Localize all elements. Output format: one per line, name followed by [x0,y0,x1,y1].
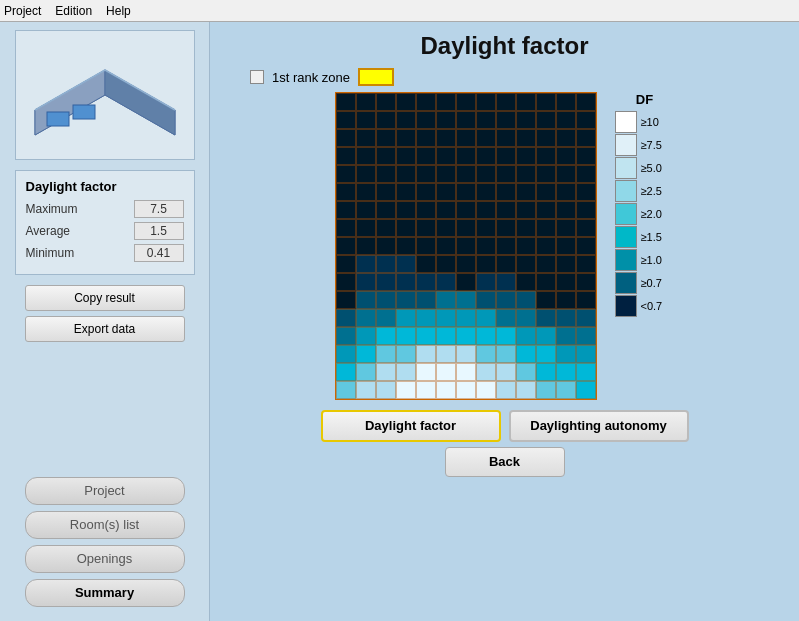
heatmap-cell [356,327,376,345]
menu-project[interactable]: Project [4,4,41,18]
svg-marker-1 [35,70,105,135]
heatmap-cell [576,345,596,363]
heatmap-cell [536,291,556,309]
legend-color-box [615,272,637,294]
heatmap-cell [456,165,476,183]
bottom-buttons: Daylight factor Daylighting autonomy [321,410,689,442]
nav-summary-button[interactable]: Summary [25,579,185,607]
menu-help[interactable]: Help [106,4,131,18]
heatmap-cell [376,363,396,381]
heatmap-cell [556,93,576,111]
legend: DF ≥10≥7.5≥5.0≥2.5≥2.0≥1.5≥1.0≥0.7<0.7 [615,92,675,318]
heatmap-cell [476,183,496,201]
heatmap-cell [396,111,416,129]
copy-result-button[interactable]: Copy result [25,285,185,311]
heatmap-cell [516,201,536,219]
heatmap-cell [536,273,556,291]
heatmap-cell [356,345,376,363]
heatmap-cell [476,129,496,147]
heatmap-cell [556,165,576,183]
heatmap-cell [436,165,456,183]
heatmap-cell [436,327,456,345]
heatmap-cell [476,309,496,327]
daylighting-autonomy-button[interactable]: Daylighting autonomy [509,410,689,442]
heatmap-cell [496,129,516,147]
heatmap-cell [456,219,476,237]
heatmap-cell [436,291,456,309]
heatmap-cell [496,147,516,165]
legend-item: ≥1.0 [615,249,663,271]
sidebar: Daylight factor Maximum Average Minimum … [0,22,210,621]
heatmap-cell [396,255,416,273]
nav-rooms-button[interactable]: Room(s) list [25,511,185,539]
heatmap-cell [536,165,556,183]
heatmap-cell [536,381,556,399]
heatmap-cell [396,327,416,345]
heatmap-cell [336,381,356,399]
heatmap-cell [376,273,396,291]
heatmap-cell [376,381,396,399]
legend-title: DF [615,92,675,107]
legend-item: ≥2.0 [615,203,663,225]
heatmap-cell [416,111,436,129]
heatmap-cell [576,327,596,345]
heatmap-cell [496,111,516,129]
legend-color-box [615,157,637,179]
minimum-label: Minimum [26,246,75,260]
legend-color-box [615,295,637,317]
legend-item: ≥2.5 [615,180,663,202]
heatmap-cell [556,111,576,129]
heatmap-cell [536,309,556,327]
heatmap-cell [476,147,496,165]
room-3d-icon [25,40,185,150]
zone-checkbox[interactable] [250,70,264,84]
heatmap-cell [336,201,356,219]
legend-label-text: ≥0.7 [641,277,662,289]
legend-label-text: ≥2.0 [641,208,662,220]
heatmap-cell [356,363,376,381]
legend-color-box [615,180,637,202]
heatmap-cell [476,93,496,111]
export-data-button[interactable]: Export data [25,316,185,342]
heatmap-cell [376,183,396,201]
page-title: Daylight factor [420,32,588,60]
heatmap-cell [376,255,396,273]
nav-openings-button[interactable]: Openings [25,545,185,573]
heatmap-cell [456,111,476,129]
heatmap-cell [536,183,556,201]
daylight-factor-button[interactable]: Daylight factor [321,410,501,442]
heatmap-cell [376,201,396,219]
heatmap-cell [556,273,576,291]
heatmap-cell [476,219,496,237]
heatmap-cell [556,147,576,165]
heatmap-cell [336,255,356,273]
heatmap-cell [536,345,556,363]
heatmap-cell [436,201,456,219]
maximum-value[interactable] [134,200,184,218]
legend-color-box [615,111,637,133]
heatmap-cell [496,255,516,273]
heatmap-cell [416,219,436,237]
heatmap-cell [516,183,536,201]
heatmap-cell [336,291,356,309]
heatmap-cell [356,147,376,165]
maximum-row: Maximum [26,200,184,218]
average-value[interactable] [134,222,184,240]
heatmap-cell [396,129,416,147]
nav-project-button[interactable]: Project [25,477,185,505]
zone-color-box [358,68,394,86]
heatmap-cell [516,345,536,363]
heatmap-cell [456,273,476,291]
back-button[interactable]: Back [445,447,565,477]
menu-edition[interactable]: Edition [55,4,92,18]
grid-legend-row: DF ≥10≥7.5≥5.0≥2.5≥2.0≥1.5≥1.0≥0.7<0.7 [335,92,675,400]
heatmap-cell [456,93,476,111]
heatmap-cell [516,147,536,165]
heatmap-cell [576,183,596,201]
heatmap-cell [436,93,456,111]
heatmap-cell [516,327,536,345]
minimum-value[interactable] [134,244,184,262]
svg-marker-2 [105,70,175,135]
average-row: Average [26,222,184,240]
heatmap-cell [536,129,556,147]
